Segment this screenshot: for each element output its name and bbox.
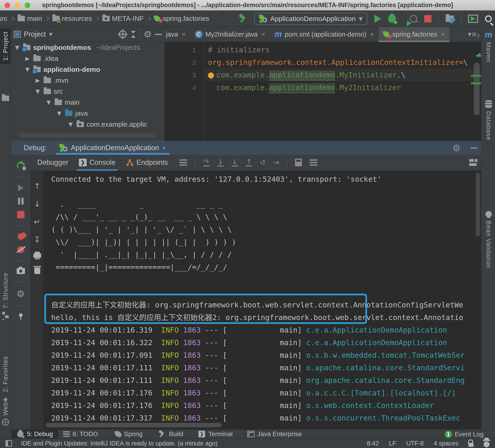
step-out-icon[interactable]: ↑ [246,159,252,166]
tab-spring-factories[interactable]: spring.factories× [379,27,450,42]
console-horizontal-scrollbar[interactable] [46,423,222,427]
tree-item-mvn[interactable]: ▶ .mvn [11,75,165,86]
tool-button-project[interactable]: 1: Project [0,28,11,64]
close-icon[interactable]: × [162,144,166,152]
expanded-arrow-icon[interactable]: ▼ [14,44,20,51]
inspections-ok-icon[interactable]: ✔✔ [476,51,481,59]
editor-content[interactable]: 1 2 3 4 # initializers org.springframewo… [165,42,481,140]
close-icon[interactable]: × [182,30,186,38]
close-icon[interactable]: × [441,30,445,38]
profiler-button[interactable] [410,15,417,23]
clear-console-icon[interactable] [34,268,40,274]
tab-debugger[interactable]: Debugger [36,154,70,170]
close-icon[interactable]: × [370,30,374,38]
tree-item-idea[interactable]: ▶ .idea [11,53,165,64]
stop-button[interactable] [424,15,431,22]
drop-frame-icon[interactable]: ↺ [260,159,266,166]
tree-item-src[interactable]: ▼ src [11,86,165,97]
indent-setting[interactable]: 4 spaces [434,440,458,447]
breadcrumb-main[interactable]: main [18,15,42,22]
locate-file-icon[interactable] [119,30,127,38]
hide-panel-icon[interactable] [470,147,477,149]
tool-button-todo[interactable]: 6: TODO [58,430,103,439]
soft-wrap-icon[interactable]: ↵ [34,218,41,226]
up-stack-trace-icon[interactable]: ↑ [34,182,41,190]
pin-tab-icon[interactable] [19,313,23,317]
down-stack-trace-icon[interactable]: ↓ [34,200,41,208]
tab-java[interactable]: java× [165,27,190,42]
expanded-arrow-icon[interactable]: ▼ [68,121,74,127]
thread-dump-camera-icon[interactable] [17,268,25,274]
close-window-button[interactable] [5,2,10,8]
horizontal-scrollbar[interactable] [19,133,156,138]
breadcrumb-spring-factories[interactable]: spring.factories [154,15,209,22]
debug-console[interactable]: Connected to the target VM, address: '12… [43,171,481,429]
expanded-arrow-icon[interactable]: ▼ [35,88,41,95]
console-vertical-scrollbar[interactable] [476,173,480,237]
tool-button-bean-validation[interactable]: Bean Validation [481,211,495,268]
run-configuration-selector[interactable]: ApplicationDemoApplication ▼ [254,13,368,25]
evaluate-expression-icon[interactable] [295,159,302,166]
tool-button-favorites[interactable]: 2: Favorites ★ [0,356,11,404]
run-anything-icon[interactable] [468,15,478,23]
project-structure-icon[interactable] [446,15,454,22]
tool-button-debug[interactable]: 5: Debug [12,430,58,439]
resume-icon[interactable] [18,184,24,191]
expanded-arrow-icon[interactable]: ▼ [45,99,52,106]
tree-item-package[interactable]: ▼ com.example.applic [11,119,165,130]
scroll-to-end-icon[interactable]: ↧ [34,236,41,243]
tool-button-maven[interactable]: m Maven [481,31,495,62]
collapsed-arrow-icon[interactable]: ▶ [35,77,41,84]
intention-bulb-icon[interactable] [208,72,214,78]
hide-panel-icon[interactable] [155,34,162,35]
tab-my2initializer[interactable]: C My2Initializer.java× [190,27,270,42]
force-step-into-icon[interactable]: ↓ [232,159,238,166]
gear-icon[interactable]: ⚙ [144,30,152,39]
tool-button-database[interactable]: Database [481,100,495,140]
step-over-icon[interactable]: ↷ [203,159,209,166]
status-message[interactable]: IDE and Plugin Updates: IntelliJ IDEA is… [21,440,218,447]
tool-button-spring[interactable]: Spring [110,430,148,439]
tree-item-main[interactable]: ▼ main [11,97,165,108]
build-project-button[interactable] [238,14,247,23]
breadcrumb-src[interactable]: src [0,15,7,22]
run-button[interactable] [374,15,381,23]
line-ending[interactable]: LF [389,440,396,447]
tool-window-toggle-icon[interactable] [5,440,12,447]
gear-icon[interactable]: ⚙ [452,143,460,153]
collapse-all-icon[interactable] [130,30,137,38]
tree-item-application-demo[interactable]: ▼ application-demo [11,64,165,75]
tab-endpoints[interactable]: Endpoints [124,154,169,170]
layout-menu-icon[interactable] [179,159,187,166]
mute-breakpoints-icon[interactable] [17,246,24,253]
tab-console[interactable]: ❯ Console [78,154,117,170]
tab-pom-xml[interactable]: m pom.xml (application-demo)× [270,27,378,42]
caret-position[interactable]: 8:42 [367,440,379,447]
tree-item-springbootdemos[interactable]: ▼ springbootdemos~/IdeaProjects [11,42,165,53]
expanded-arrow-icon[interactable]: ▼ [24,66,31,73]
tool-button-web[interactable]: Web [0,402,11,426]
debug-session-tab[interactable]: ApplicationDemoApplication × [56,141,170,155]
hidden-tabs-button[interactable]: ▼ ≡ 7 [468,27,480,42]
tool-button-terminal[interactable]: ❯ Terminal [193,430,238,439]
tool-button-structure[interactable]: 7: Structure [0,273,11,318]
close-icon[interactable]: × [261,30,266,38]
debug-button[interactable] [388,14,396,23]
editor-scrollbar[interactable] [474,63,480,115]
console-settings-icon[interactable] [310,159,317,166]
rerun-icon[interactable] [17,162,25,169]
unlock-icon[interactable] [468,443,474,447]
tool-button-build[interactable]: Build [152,430,188,439]
stop-icon[interactable] [17,211,25,218]
tree-item-java[interactable]: ▼ java [11,108,165,119]
step-into-icon[interactable]: ↓ [217,159,224,166]
expanded-arrow-icon[interactable]: ▼ [56,110,62,117]
restore-layout-icon[interactable] [469,159,477,166]
file-encoding[interactable]: UTF-8 [406,440,424,447]
collapsed-arrow-icon[interactable]: ▶ [24,55,31,62]
zoom-window-button[interactable] [25,2,30,8]
pause-icon[interactable] [18,198,24,205]
print-icon[interactable] [33,253,41,258]
ide-fatal-errors-icon[interactable] [483,441,490,447]
breadcrumb-resources[interactable]: resources [52,15,92,22]
